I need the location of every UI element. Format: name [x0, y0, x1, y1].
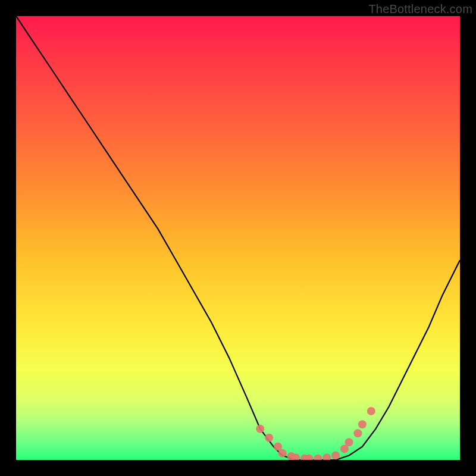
highlight-point — [256, 425, 264, 433]
highlight-point — [265, 434, 273, 442]
highlight-point — [358, 420, 367, 428]
curve-layer — [16, 16, 460, 460]
chart-frame: TheBottleneck.com — [0, 0, 476, 476]
highlight-point — [278, 449, 287, 458]
marker-layer — [256, 407, 375, 460]
bottleneck-curve — [16, 16, 460, 460]
highlight-point — [322, 453, 331, 460]
chart-svg — [16, 16, 460, 460]
plot-area — [16, 16, 460, 460]
highlight-point — [353, 429, 362, 437]
highlight-point — [367, 407, 375, 415]
highlight-point — [345, 438, 353, 446]
highlight-point — [331, 452, 340, 460]
highlight-point — [314, 455, 322, 460]
attribution-text: TheBottleneck.com — [368, 2, 472, 16]
